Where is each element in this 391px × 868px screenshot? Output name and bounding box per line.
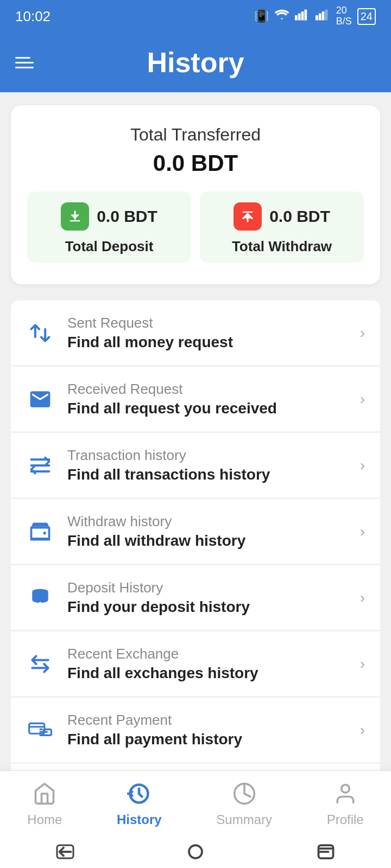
svg-rect-6 xyxy=(321,11,324,20)
status-icons: 📳 20B/S 24 xyxy=(254,5,376,27)
received-request-subtitle: Received Request xyxy=(67,381,347,398)
deposit-label: Total Deposit xyxy=(65,238,154,255)
svg-rect-0 xyxy=(295,15,298,20)
payment-icon xyxy=(26,718,54,742)
profile-label: Profile xyxy=(327,812,364,827)
nav-home[interactable]: Home xyxy=(27,780,62,827)
recent-exchange-subtitle: Recent Exchange xyxy=(67,646,347,662)
summary-card: Total Transferred 0.0 BDT 0.0 BDT Total … xyxy=(11,105,380,284)
data-speed: 20B/S xyxy=(336,5,352,27)
profile-icon xyxy=(331,780,360,808)
nav-profile[interactable]: Profile xyxy=(327,780,364,827)
signal2-icon xyxy=(316,9,331,24)
recent-exchange-chevron: › xyxy=(360,655,365,673)
sent-request-text: Sent Request Find all money request xyxy=(67,315,347,351)
sent-request-subtitle: Sent Request xyxy=(67,315,347,331)
recent-exchange-item[interactable]: Recent Exchange Find all exchanges histo… xyxy=(11,631,380,697)
summary-label: Summary xyxy=(216,812,272,827)
back-button[interactable] xyxy=(51,843,79,861)
signal-icon xyxy=(295,9,310,24)
svg-rect-11 xyxy=(243,212,253,213)
withdraw-top: 0.0 BDT xyxy=(234,202,330,231)
svg-point-16 xyxy=(341,784,349,793)
svg-rect-3 xyxy=(304,10,307,21)
withdraw-history-title: Find all withdraw history xyxy=(67,532,347,550)
withdraw-history-chevron: › xyxy=(360,523,365,540)
svg-rect-7 xyxy=(325,10,327,21)
recent-payment-title: Find all payment history xyxy=(67,731,347,748)
withdraw-label: Total Withdraw xyxy=(232,238,332,255)
status-time: 10:02 xyxy=(15,8,51,25)
deposit-history-item[interactable]: Deposit History Find your deposit histor… xyxy=(11,565,380,630)
home-button[interactable] xyxy=(181,843,210,861)
history-icon xyxy=(125,780,153,808)
deposit-icon xyxy=(61,202,89,231)
history-label: History xyxy=(117,812,162,827)
system-navigation xyxy=(0,835,391,868)
recent-payment-text: Recent Payment Find all payment history xyxy=(67,712,347,748)
deposit-withdraw-row: 0.0 BDT Total Deposit 0.0 BDT Total With… xyxy=(27,192,364,263)
exchange-icon xyxy=(26,652,54,676)
nav-history[interactable]: History xyxy=(117,780,162,827)
recent-payment-chevron: › xyxy=(360,722,365,739)
summary-icon xyxy=(230,780,258,808)
nav-summary[interactable]: Summary xyxy=(216,780,272,827)
recent-exchange-text: Recent Exchange Find all exchanges histo… xyxy=(67,646,347,682)
sent-request-item[interactable]: Sent Request Find all money request › xyxy=(11,301,380,366)
deposit-history-title: Find your deposit history xyxy=(67,598,347,616)
deposit-history-subtitle: Deposit History xyxy=(67,579,347,596)
recent-exchange-title: Find all exchanges history xyxy=(67,665,347,682)
transaction-icon xyxy=(26,454,54,477)
svg-rect-5 xyxy=(319,14,321,21)
svg-rect-2 xyxy=(301,11,304,20)
recent-payment-subtitle: Recent Payment xyxy=(67,712,347,729)
received-request-text: Received Request Find all request you re… xyxy=(67,381,347,417)
wallet-icon xyxy=(26,520,54,544)
transaction-history-subtitle: Transaction history xyxy=(67,447,347,464)
transaction-history-title: Find all transactions history xyxy=(67,466,347,483)
deposit-history-chevron: › xyxy=(360,589,365,607)
wifi-icon xyxy=(274,9,289,24)
menu-line-3 xyxy=(15,67,34,68)
menu-line-1 xyxy=(15,57,30,59)
received-request-chevron: › xyxy=(360,391,365,408)
withdraw-history-item[interactable]: Withdraw history Find all withdraw histo… xyxy=(11,499,380,564)
received-request-item[interactable]: Received Request Find all request you re… xyxy=(11,367,380,432)
status-bar: 10:02 📳 20B/S 24 xyxy=(0,0,391,33)
svg-rect-9 xyxy=(70,220,80,221)
withdraw-history-text: Withdraw history Find all withdraw histo… xyxy=(67,513,347,550)
transfer-icon xyxy=(26,321,54,345)
recents-button[interactable] xyxy=(312,843,340,861)
inbox-icon xyxy=(26,387,54,411)
received-request-title: Find all request you received xyxy=(67,400,347,417)
vibrate-icon: 📳 xyxy=(254,9,269,23)
deposit-top: 0.0 BDT xyxy=(61,202,157,231)
transaction-history-item[interactable]: Transaction history Find all transaction… xyxy=(11,433,380,498)
main-content: Total Transferred 0.0 BDT 0.0 BDT Total … xyxy=(0,92,391,868)
transaction-history-chevron: › xyxy=(360,457,365,474)
sent-request-title: Find all money request xyxy=(67,334,347,351)
deposit-amount: 0.0 BDT xyxy=(97,207,157,226)
home-icon xyxy=(30,780,59,808)
svg-rect-4 xyxy=(316,15,318,20)
total-transferred-label: Total Transferred xyxy=(27,125,364,145)
withdraw-icon xyxy=(234,202,262,231)
svg-point-18 xyxy=(189,845,202,858)
home-label: Home xyxy=(27,812,62,827)
menu-line-2 xyxy=(15,62,34,63)
withdraw-box: 0.0 BDT Total Withdraw xyxy=(200,192,364,263)
total-amount-value: 0.0 BDT xyxy=(27,150,364,176)
menu-list: Sent Request Find all money request › Re… xyxy=(11,301,380,829)
sent-request-chevron: › xyxy=(360,324,365,342)
deposit-db-icon xyxy=(26,586,54,610)
deposit-box: 0.0 BDT Total Deposit xyxy=(27,192,191,263)
page-title: History xyxy=(147,46,244,79)
battery-indicator: 24 xyxy=(357,8,376,25)
page-header: History xyxy=(0,33,391,92)
svg-rect-1 xyxy=(298,14,301,21)
transaction-history-text: Transaction history Find all transaction… xyxy=(67,447,347,483)
menu-button[interactable] xyxy=(15,57,34,68)
recent-payment-item[interactable]: Recent Payment Find all payment history … xyxy=(11,698,380,763)
deposit-history-text: Deposit History Find your deposit histor… xyxy=(67,579,347,616)
withdraw-amount: 0.0 BDT xyxy=(269,207,330,226)
